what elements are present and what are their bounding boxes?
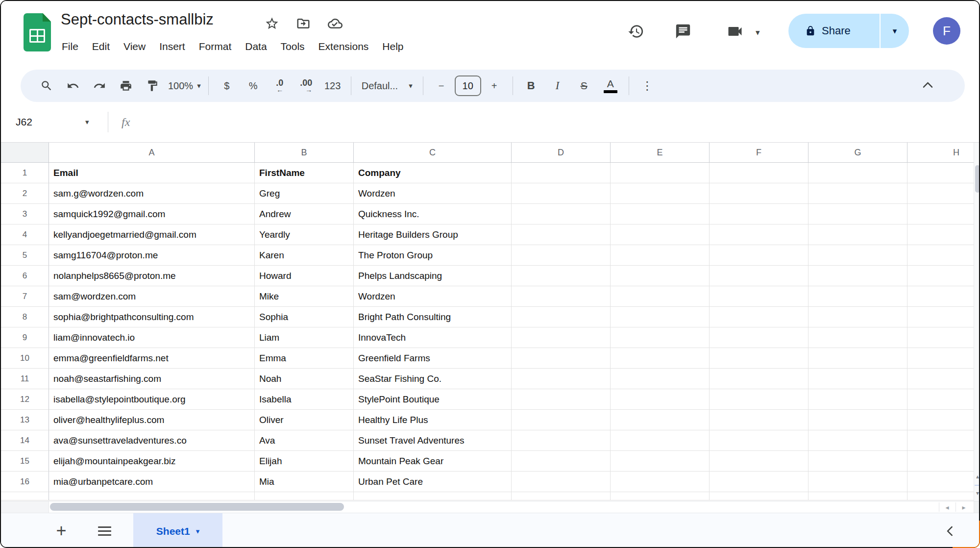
cell-C1[interactable]: Company [354,163,512,183]
cell-G15[interactable] [808,451,907,472]
cell-C16[interactable]: Urban Pet Care [354,472,512,492]
cell-D1[interactable] [512,163,611,183]
cell-D2[interactable] [512,183,611,204]
font-family-selector[interactable]: Defaul... ▾ [359,75,416,97]
menu-item-format[interactable]: Format [192,41,239,52]
cell-D14[interactable] [512,430,611,451]
column-header-D[interactable]: D [512,143,611,163]
cell-B16[interactable]: Mia [255,472,354,492]
increase-decimal-button[interactable]: .00 → [295,75,317,97]
cell-A9[interactable]: liam@innovatech.io [49,327,255,348]
more-formats-button[interactable]: 123 [322,75,343,97]
cell-G7[interactable] [808,286,907,307]
increase-font-size-button[interactable]: + [484,75,505,97]
cell-G4[interactable] [808,224,907,245]
cell-B1[interactable]: FirstName [255,163,354,183]
name-box[interactable]: J62 [16,102,32,142]
cell-A7[interactable]: sam@wordzen.com [49,286,255,307]
cell-D16[interactable] [512,472,611,492]
cell-A13[interactable]: oliver@healthylifeplus.com [49,410,255,430]
menu-item-data[interactable]: Data [238,41,273,52]
cell-D11[interactable] [512,369,611,389]
search-menus-button[interactable] [36,75,57,97]
cell-E12[interactable] [611,389,710,410]
row-header-13[interactable]: 13 [1,410,49,430]
redo-button[interactable] [89,75,110,97]
horizontal-scrollbar[interactable]: ◂ ▸ [1,501,979,513]
cell-C9[interactable]: InnovaTech [354,327,512,348]
scroll-up-button[interactable]: ▴ [974,469,979,484]
decrease-font-size-button[interactable]: − [431,75,452,97]
cell-C6[interactable]: Phelps Landscaping [354,266,512,286]
column-header-C[interactable]: C [354,143,512,163]
cell-C11[interactable]: SeaStar Fishing Co. [354,369,512,389]
menu-item-tools[interactable]: Tools [274,41,312,52]
cell-F11[interactable] [710,369,808,389]
row-header-2[interactable]: 2 [1,183,49,204]
cell-F12[interactable] [710,389,808,410]
vertical-scrollbar[interactable]: ▴ ▾ [974,143,979,501]
horizontal-scrollbar-thumb[interactable] [50,503,344,511]
text-color-button[interactable]: A [600,75,621,97]
font-size-input[interactable]: 10 [455,75,481,96]
cell-A14[interactable]: ava@sunsettraveladventures.co [49,430,255,451]
row-header-4[interactable]: 4 [1,224,49,245]
cloud-saved-icon[interactable] [327,16,343,31]
cell-B11[interactable]: Noah [255,369,354,389]
cell-A15[interactable]: elijah@mountainpeakgear.biz [49,451,255,472]
cell-D3[interactable] [512,204,611,224]
cell-F14[interactable] [710,430,808,451]
cell-B-partial[interactable] [255,492,354,500]
cell-F15[interactable] [710,451,808,472]
cell-D15[interactable] [512,451,611,472]
row-header-6[interactable]: 6 [1,266,49,286]
cell-E11[interactable] [611,369,710,389]
cell-F3[interactable] [710,204,808,224]
cell-C5[interactable]: The Proton Group [354,245,512,266]
cell-G5[interactable] [808,245,907,266]
cell-D13[interactable] [512,410,611,430]
sheet-tab-caret[interactable]: ▾ [196,527,200,536]
cell-A5[interactable]: samg116704@proton.me [49,245,255,266]
cell-H10[interactable] [907,348,974,369]
cell-G-partial[interactable] [808,492,907,500]
row-header-16[interactable]: 16 [1,472,49,492]
cell-B3[interactable]: Andrew [255,204,354,224]
cell-H7[interactable] [907,286,974,307]
cell-E14[interactable] [611,430,710,451]
cell-C7[interactable]: Wordzen [354,286,512,307]
cell-A10[interactable]: emma@greenfieldfarms.net [49,348,255,369]
row-header-5[interactable]: 5 [1,245,49,266]
cell-F2[interactable] [710,183,808,204]
cell-G13[interactable] [808,410,907,430]
cell-C14[interactable]: Sunset Travel Adventures [354,430,512,451]
account-avatar[interactable]: F [933,17,960,45]
cell-G14[interactable] [808,430,907,451]
select-all-corner[interactable] [1,143,49,163]
cell-G2[interactable] [808,183,907,204]
more-toolbar-options-button[interactable]: ⋮ [637,75,658,97]
cell-E10[interactable] [611,348,710,369]
cell-E2[interactable] [611,183,710,204]
hide-menus-button[interactable] [917,75,938,97]
format-percent-button[interactable]: % [243,75,264,97]
cell-D4[interactable] [512,224,611,245]
formula-input[interactable] [148,102,971,142]
cell-E1[interactable] [611,163,710,183]
menu-item-file[interactable]: File [55,41,85,52]
cell-F6[interactable] [710,266,808,286]
menu-item-view[interactable]: View [117,41,152,52]
cell-H13[interactable] [907,410,974,430]
scroll-right-button[interactable]: ▸ [956,501,971,513]
cell-A16[interactable]: mia@urbanpetcare.com [49,472,255,492]
cell-E5[interactable] [611,245,710,266]
cell-E16[interactable] [611,472,710,492]
cell-H16[interactable] [907,472,974,492]
zoom-selector[interactable]: 100% ▾ [168,75,201,97]
cell-D9[interactable] [512,327,611,348]
undo-button[interactable] [62,75,84,97]
row-header-8[interactable]: 8 [1,307,49,327]
cell-H3[interactable] [907,204,974,224]
cell-A3[interactable]: samquick1992@gmail.com [49,204,255,224]
column-header-E[interactable]: E [611,143,710,163]
